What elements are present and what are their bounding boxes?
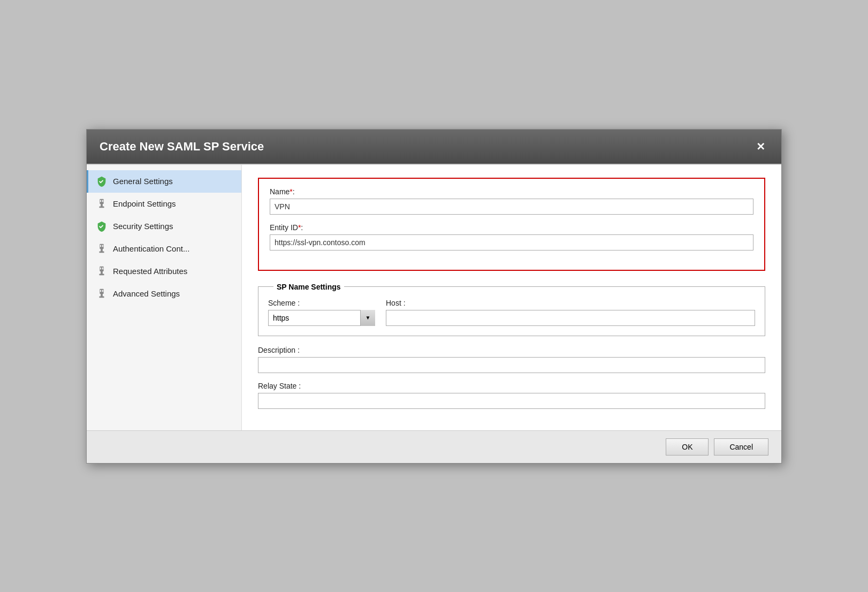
description-label: Description : — [258, 346, 765, 354]
svg-rect-19 — [102, 290, 103, 292]
dialog-footer: OK Cancel — [87, 430, 781, 463]
sidebar-item-general[interactable]: General Settings — [87, 170, 241, 193]
dialog: Create New SAML SP Service ✕ General Set… — [86, 129, 782, 464]
sidebar-label-endpoint: Endpoint Settings — [113, 199, 176, 208]
name-input[interactable] — [270, 199, 753, 215]
sidebar-item-endpoint[interactable]: Endpoint Settings — [87, 193, 241, 215]
plug-icon-auth — [96, 243, 108, 255]
svg-rect-4 — [102, 200, 103, 202]
sidebar-label-security: Security Settings — [113, 222, 173, 231]
sidebar: General Settings Endpoint Settings — [87, 165, 242, 430]
dialog-header: Create New SAML SP Service ✕ — [87, 130, 781, 164]
relay-state-field-group: Relay State : — [258, 382, 765, 409]
sidebar-item-auth[interactable]: Authentication Cont... — [87, 238, 241, 260]
plug-icon-advanced — [96, 288, 108, 300]
svg-rect-13 — [100, 267, 101, 269]
main-content: Name*: Entity ID*: SP Name Settings — [242, 165, 781, 430]
sidebar-label-advanced: Advanced Settings — [113, 289, 180, 298]
sidebar-label-general: General Settings — [113, 177, 173, 186]
plug-icon-requested — [96, 265, 108, 277]
relay-state-label: Relay State : — [258, 382, 765, 390]
sp-name-settings-legend: SP Name Settings — [273, 283, 344, 291]
dialog-body: General Settings Endpoint Settings — [87, 164, 781, 430]
green-shield-icon — [96, 176, 108, 187]
svg-rect-12 — [99, 274, 104, 275]
cancel-button[interactable]: Cancel — [714, 438, 768, 456]
scheme-select[interactable]: https http — [268, 310, 375, 326]
entity-id-field-group: Entity ID*: — [270, 223, 753, 251]
entity-id-label: Entity ID*: — [270, 223, 753, 232]
svg-rect-18 — [100, 290, 101, 292]
sidebar-item-requested[interactable]: Requested Attributes — [87, 260, 241, 283]
highlighted-section: Name*: Entity ID*: — [258, 178, 765, 271]
entity-id-input[interactable] — [270, 234, 753, 251]
name-field-group: Name*: — [270, 187, 753, 215]
svg-rect-7 — [99, 251, 104, 253]
scheme-label: Scheme : — [268, 299, 375, 307]
sidebar-item-security[interactable]: Security Settings — [87, 215, 241, 238]
plug-icon-endpoint — [96, 198, 108, 210]
svg-rect-14 — [102, 267, 103, 269]
sidebar-label-requested: Requested Attributes — [113, 267, 187, 276]
name-label: Name*: — [270, 187, 753, 196]
scheme-field-group: Scheme : https http ▼ — [268, 299, 375, 326]
host-field-group: Host : — [386, 299, 755, 326]
ok-button[interactable]: OK — [666, 438, 709, 456]
green-shield-icon-security — [96, 221, 108, 232]
svg-rect-17 — [99, 296, 104, 298]
sidebar-item-advanced[interactable]: Advanced Settings — [87, 283, 241, 305]
svg-rect-2 — [99, 206, 104, 208]
scheme-select-wrapper: https http ▼ — [268, 310, 375, 326]
svg-rect-3 — [100, 200, 101, 202]
scheme-host-row: Scheme : https http ▼ Host : — [268, 299, 755, 326]
svg-rect-9 — [102, 245, 103, 247]
svg-rect-8 — [100, 245, 101, 247]
close-button[interactable]: ✕ — [753, 139, 768, 154]
dialog-title: Create New SAML SP Service — [100, 140, 264, 154]
relay-state-input[interactable] — [258, 393, 765, 409]
sp-name-settings-fieldset: SP Name Settings Scheme : https http ▼ — [258, 283, 765, 336]
description-input[interactable] — [258, 357, 765, 373]
host-input[interactable] — [386, 310, 755, 326]
sidebar-label-auth: Authentication Cont... — [113, 244, 189, 253]
host-label: Host : — [386, 299, 755, 307]
description-field-group: Description : — [258, 346, 765, 373]
